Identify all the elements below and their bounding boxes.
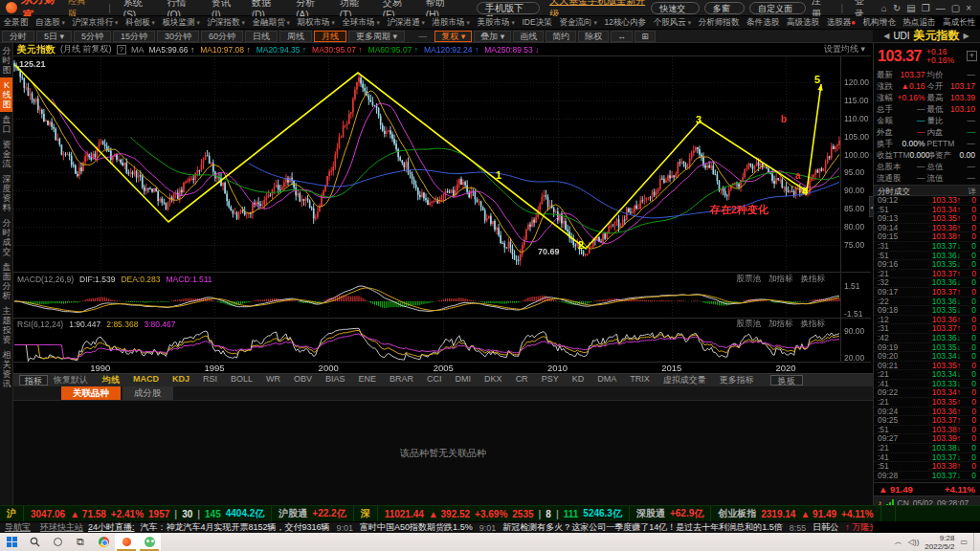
nav-item[interactable]: 金融期货 ▾ (249, 16, 294, 29)
nav-item[interactable]: 科创板 ▾ (122, 16, 158, 29)
indicator-tab[interactable]: CR (509, 374, 535, 386)
nav-item[interactable]: 机构增仓 (859, 16, 900, 29)
period-button[interactable]: 日线 (245, 31, 278, 42)
notification-icon[interactable]: ▭ (960, 538, 968, 546)
sidebar-item[interactable]: 分时图 (0, 43, 13, 77)
prev-symbol-button[interactable]: ◀ (883, 32, 889, 40)
indicator-link[interactable]: 加指标 (768, 319, 793, 330)
indicator-tab[interactable]: DMA (590, 374, 623, 386)
chart-tool-button[interactable]: 除权 (578, 31, 609, 42)
period-button[interactable]: 更多周期 ▾ (348, 31, 405, 42)
nav-item[interactable]: 港股市场 ▾ (429, 16, 474, 29)
nav-item[interactable]: 资金流向 ▾ (556, 16, 601, 29)
indicator-tab[interactable]: CCI (420, 374, 449, 386)
indicator-tab[interactable]: RSI (196, 374, 224, 386)
sidebar-item[interactable]: 盘面分析 (0, 259, 13, 303)
indicator-link[interactable]: 换指标 (801, 319, 826, 330)
indicator-tab[interactable]: ENE (352, 374, 384, 386)
sidebar-item[interactable]: 相关资讯 (0, 347, 13, 391)
nav-item[interactable]: 沪深港通 ▾ (384, 16, 429, 29)
bottom-tab[interactable]: 关联品种 (61, 386, 121, 400)
indicator-tab[interactable]: MACD (126, 374, 166, 386)
nav-item[interactable]: IDE决策 (519, 16, 556, 29)
task-view-icon[interactable]: ⧉ (69, 533, 92, 551)
window-control-icon[interactable]: ❐ (919, 3, 933, 13)
indicator-tab[interactable]: DMI (449, 374, 479, 386)
chart-tool-button[interactable]: 复权 ▾ (434, 31, 472, 42)
cortana-icon[interactable] (46, 533, 69, 551)
eastmoney-app-icon[interactable] (115, 533, 138, 551)
window-control-icon[interactable]: ▤ (903, 3, 918, 13)
nav-item[interactable]: 沪深指数 ▾ (204, 16, 249, 29)
period-button[interactable]: 30分钟 (157, 31, 199, 42)
nav-item[interactable]: 全球市场 ▾ (339, 16, 384, 29)
indicator-tab[interactable]: OBV (287, 374, 319, 386)
period-button[interactable]: 60分钟 (201, 31, 243, 42)
indicator-link[interactable]: 股票池 (737, 274, 762, 285)
indicator-tab[interactable]: PSY (535, 374, 566, 386)
tick-list[interactable]: 09:12103.33↑0:51103.34↑009:13103.35↑009:… (874, 196, 980, 482)
chrome-icon[interactable] (92, 533, 115, 551)
chart-tool-button[interactable]: 简约 (546, 31, 576, 42)
nav-item[interactable]: 沪深京排行 ▾ (69, 16, 122, 29)
next-symbol-button[interactable]: ▶ (964, 32, 969, 40)
quick-button[interactable]: 快速交易 (651, 2, 700, 14)
ma-settings-button[interactable]: 设置均线 ▾ (824, 43, 871, 55)
indicator-switch-button[interactable]: 换板 (770, 375, 803, 386)
nav-item[interactable]: 自选股 ▾ (32, 16, 68, 29)
window-control-icon[interactable]: × (963, 3, 974, 13)
window-control-icon[interactable]: ⌂ (879, 3, 890, 13)
indicator-reset-button[interactable]: 恢复默认 (54, 374, 88, 386)
period-button[interactable]: 分时 (2, 31, 34, 42)
tray-expand-icon[interactable]: ︿ (895, 537, 902, 547)
ticker-link[interactable]: 导航宝 (0, 521, 35, 533)
indicator-link[interactable]: 加指标 (768, 274, 793, 285)
help-icon[interactable]: ? (117, 45, 126, 55)
phone-download-button[interactable]: 手机版下载 (477, 2, 540, 14)
nav-item[interactable]: 条件选股 (743, 16, 783, 29)
indicator-tab[interactable]: WR (259, 374, 287, 386)
live-label[interactable]: 24小时直播: (88, 521, 135, 533)
indicator-tab[interactable]: 更多指标 (713, 374, 761, 386)
nav-item[interactable]: 板块监测 ▾ (159, 16, 204, 29)
nav-item[interactable]: 分析师指数 (695, 16, 743, 29)
nav-item[interactable]: 选股器● (823, 16, 859, 29)
nav-item[interactable]: 全景图 (0, 16, 32, 29)
sidebar-item[interactable]: 分时成交 (0, 215, 13, 259)
period-button[interactable]: 5分钟 (74, 31, 111, 42)
ticker-link[interactable]: 环球快主站 (35, 521, 88, 533)
window-control-icon[interactable]: ▢ (948, 3, 963, 13)
indicator-link[interactable]: 换指标 (801, 274, 826, 285)
start-button[interactable] (0, 533, 23, 551)
nav-item[interactable]: 个股风云 ▾ (650, 16, 695, 29)
window-control-icon[interactable]: — (933, 3, 948, 13)
chart-tool-button[interactable]: 画线 (513, 31, 544, 42)
window-control-icon[interactable]: ↻ (890, 3, 903, 13)
indicator-tab[interactable]: 均线 (96, 374, 126, 386)
indicator-tab[interactable]: BOLL (224, 374, 259, 386)
alert-bell-icon[interactable]: ♪ (878, 498, 882, 505)
quick-button[interactable]: 自定义面板 (749, 2, 806, 14)
bottom-tab[interactable]: 成分股 (122, 386, 173, 400)
taskbar-clock[interactable]: 9:282022/5/2 (924, 534, 954, 551)
sidebar-item[interactable]: K线图 (0, 77, 13, 112)
chart-tool-button[interactable]: ⊞ (635, 31, 656, 42)
nav-item[interactable]: 期权市场 ▾ (294, 16, 339, 29)
search-icon[interactable] (23, 533, 46, 551)
nav-item[interactable]: 12核心内参 (601, 16, 650, 29)
tick-detail-link[interactable]: 详 (969, 186, 977, 195)
indicator-lead-button[interactable]: 指标 (19, 375, 48, 386)
sidebar-item[interactable]: 深度资料 (0, 171, 13, 215)
indicator-tab[interactable]: KDJ (166, 374, 196, 386)
indicator-tab[interactable]: BRAR (383, 374, 420, 386)
sidebar-item[interactable]: 主题投资 (0, 303, 13, 347)
volume-icon[interactable]: ◁)) (908, 538, 919, 546)
nav-item[interactable]: 高级选股 (783, 16, 823, 29)
period-button[interactable]: 月线 (314, 31, 346, 42)
indicator-link[interactable]: 股票池 (737, 319, 762, 330)
chart-tool-button[interactable]: ↔ (611, 31, 633, 42)
wechat-icon[interactable] (138, 533, 161, 551)
add-to-watchlist-button[interactable]: + (967, 51, 977, 61)
indicator-tab[interactable]: 虚拟成交量 (657, 374, 713, 386)
sidebar-item[interactable]: 资金流 (0, 137, 13, 171)
